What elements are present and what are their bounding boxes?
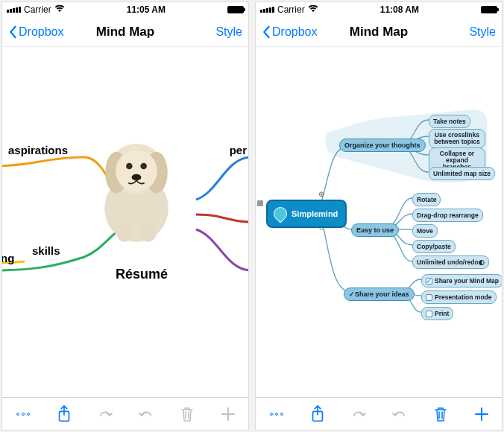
svg-point-7 [132, 174, 142, 181]
phone-right: Carrier 11:08 AM Dropbox Mind Map Style [255, 1, 503, 431]
share-button[interactable] [52, 402, 76, 426]
toolbar [256, 397, 502, 430]
node-ng-partial[interactable]: ng [2, 252, 14, 264]
chevron-left-icon [262, 25, 271, 39]
node-aspirations[interactable]: aspirations [8, 144, 68, 156]
svg-point-9 [140, 223, 156, 242]
status-bar: Carrier 11:05 AM [2, 2, 248, 17]
node-leaf[interactable]: Move [412, 224, 438, 238]
wifi-icon [308, 4, 318, 15]
node-branch-organize[interactable]: Organize your thoughts [339, 139, 426, 152]
redo-button[interactable] [134, 402, 158, 426]
mindmap-canvas[interactable]: ⊕ ⊖ Simplemind Organize your thoughts Ea… [256, 47, 502, 397]
svg-point-4 [116, 150, 157, 192]
app-logo-icon [271, 204, 289, 223]
style-button[interactable]: Style [469, 25, 496, 39]
share-icon [57, 405, 72, 423]
node-leaf[interactable]: Use crosslinks between topics [429, 129, 485, 148]
redo-icon [138, 408, 154, 420]
share-icon [310, 405, 325, 423]
mindmap-canvas[interactable]: aspirations skills ng per Résumé [2, 47, 248, 397]
back-button[interactable]: Dropbox [262, 25, 317, 39]
battery-icon [481, 6, 497, 13]
redo-badge-icon: ◐ [479, 258, 485, 266]
carrier-label: Carrier [277, 4, 305, 15]
node-skills[interactable]: skills [32, 244, 60, 257]
undo-button[interactable] [93, 402, 117, 426]
node-leaf[interactable]: Unlimited map size [429, 167, 495, 180]
trash-icon [180, 406, 194, 422]
chevron-left-icon [8, 25, 17, 39]
node-leaf[interactable]: Copy/paste [412, 240, 456, 253]
delete-button[interactable] [175, 402, 199, 426]
battery-icon [227, 6, 244, 13]
back-label: Dropbox [19, 25, 63, 39]
redo-icon [391, 408, 408, 420]
svg-point-8 [116, 223, 132, 242]
more-button[interactable] [265, 402, 289, 426]
add-button[interactable] [216, 402, 240, 426]
signal-bars-icon [260, 7, 274, 13]
center-image[interactable] [88, 133, 185, 244]
delete-button[interactable] [429, 402, 453, 426]
back-label: Dropbox [272, 25, 317, 39]
signal-bars-icon [7, 7, 21, 13]
svg-text:⊕: ⊕ [318, 190, 324, 198]
svg-point-5 [126, 163, 133, 170]
nav-bar: Dropbox Mind Map Style [2, 17, 248, 47]
phone-left: Carrier 11:05 AM Dropbox Mind Map Style … [1, 1, 249, 431]
checkbox-icon: ✓ [349, 290, 355, 298]
undo-button[interactable] [347, 402, 371, 426]
node-leaf[interactable]: Drag-drop rearrange [412, 209, 483, 222]
svg-point-6 [140, 163, 147, 170]
back-button[interactable]: Dropbox [8, 25, 63, 39]
trash-icon [434, 406, 447, 422]
center-label[interactable]: Résumé [116, 267, 168, 282]
checkbox-icon [426, 294, 432, 301]
plus-icon [220, 406, 236, 422]
svg-rect-11 [257, 200, 263, 206]
node-branch-easy[interactable]: Easy to use [351, 223, 399, 237]
more-icon [270, 413, 283, 416]
nav-bar: Dropbox Mind Map Style [256, 17, 502, 47]
share-button[interactable] [306, 402, 330, 426]
carrier-label: Carrier [24, 4, 51, 15]
plus-icon [473, 406, 490, 422]
checkbox-icon [426, 311, 432, 317]
node-leaf[interactable]: Print [421, 307, 453, 320]
node-root[interactable]: Simplemind [266, 200, 347, 228]
node-leaf[interactable]: Unlimited undo/redo ◐ [412, 255, 489, 269]
more-icon [16, 413, 30, 416]
undo-icon [97, 408, 113, 420]
undo-icon [350, 408, 367, 420]
node-leaf[interactable]: Presentation mode [421, 290, 497, 304]
node-branch-share[interactable]: ✓ Share your ideas [344, 288, 415, 301]
status-bar: Carrier 11:08 AM [256, 2, 502, 17]
node-per-partial[interactable]: per [230, 144, 247, 156]
node-leaf[interactable]: ✓Share your Mind Map [421, 274, 502, 288]
more-button[interactable] [11, 402, 35, 426]
redo-button[interactable] [388, 402, 412, 426]
style-button[interactable]: Style [215, 25, 242, 39]
checkbox-icon: ✓ [426, 278, 432, 285]
status-time: 11:05 AM [127, 4, 166, 15]
node-leaf[interactable]: Rotate [412, 193, 441, 206]
add-button[interactable] [470, 402, 494, 426]
node-leaf[interactable]: Take notes [429, 115, 470, 128]
toolbar [2, 397, 248, 430]
wifi-icon [54, 4, 65, 15]
status-time: 11:08 AM [380, 4, 419, 15]
node-root-label: Simplemind [292, 209, 338, 218]
